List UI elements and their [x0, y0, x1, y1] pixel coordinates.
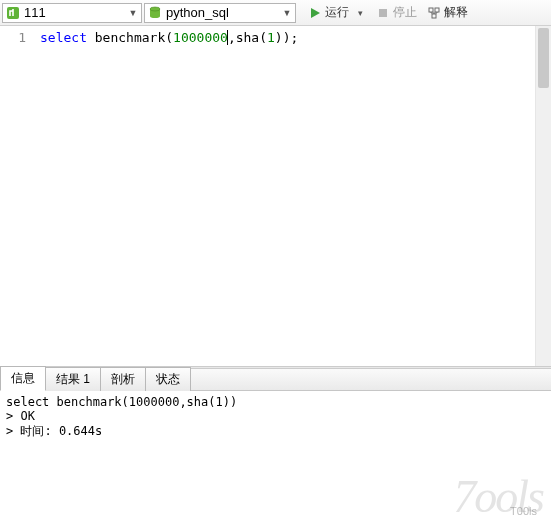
editor-scrollbar[interactable] — [535, 26, 551, 366]
connection-dropdown[interactable]: 111 ▼ — [2, 3, 142, 23]
output-line: > OK — [6, 409, 545, 423]
code-func: benchmark — [95, 30, 165, 45]
connection-icon — [5, 5, 21, 21]
explain-button[interactable]: 解释 — [423, 2, 472, 24]
stop-button: 停止 — [372, 2, 421, 24]
scrollbar-thumb[interactable] — [538, 28, 549, 88]
output-pane: select benchmark(1000000,sha(1))> OK> 时间… — [0, 391, 551, 461]
connection-label: 111 — [24, 5, 124, 20]
database-icon — [147, 5, 163, 21]
database-label: python_sql — [166, 5, 278, 20]
database-dropdown[interactable]: python_sql ▼ — [144, 3, 296, 23]
code-area[interactable]: select benchmark(1000000,sha(1)); — [34, 26, 551, 366]
watermark-sub: T00ls — [510, 505, 537, 517]
run-button[interactable]: 运行 ▾ — [304, 2, 370, 24]
svg-rect-3 — [379, 9, 387, 17]
tab-profile[interactable]: 剖析 — [100, 367, 146, 391]
explain-label: 解释 — [444, 4, 468, 21]
output-line: select benchmark(1000000,sha(1)) — [6, 395, 545, 409]
result-tabs: 信息 结果 1 剖析 状态 — [0, 369, 551, 391]
stop-icon — [376, 6, 390, 20]
code-number: 1 — [267, 30, 275, 45]
stop-label: 停止 — [393, 4, 417, 21]
line-number: 1 — [0, 30, 26, 45]
code-keyword: select — [40, 30, 87, 45]
tab-status[interactable]: 状态 — [145, 367, 191, 391]
run-label: 运行 — [325, 4, 349, 21]
code-number: 1000000 — [173, 30, 228, 45]
sql-editor[interactable]: 1 select benchmark(1000000,sha(1)); — [0, 26, 551, 366]
explain-icon — [427, 6, 441, 20]
tab-info[interactable]: 信息 — [0, 366, 46, 391]
svg-rect-5 — [435, 8, 439, 12]
chevron-down-icon: ▼ — [281, 8, 293, 18]
svg-rect-6 — [432, 14, 436, 18]
svg-rect-4 — [429, 8, 433, 12]
chevron-down-icon: ▼ — [127, 8, 139, 18]
tab-result[interactable]: 结果 1 — [45, 367, 101, 391]
play-icon — [308, 6, 322, 20]
toolbar: 111 ▼ python_sql ▼ 运行 ▾ 停止 解释 — [0, 0, 551, 26]
chevron-down-icon: ▾ — [354, 8, 366, 18]
watermark: 7ools — [453, 470, 543, 523]
code-func: sha — [236, 30, 259, 45]
line-gutter: 1 — [0, 26, 34, 366]
output-line: > 时间: 0.644s — [6, 423, 545, 440]
